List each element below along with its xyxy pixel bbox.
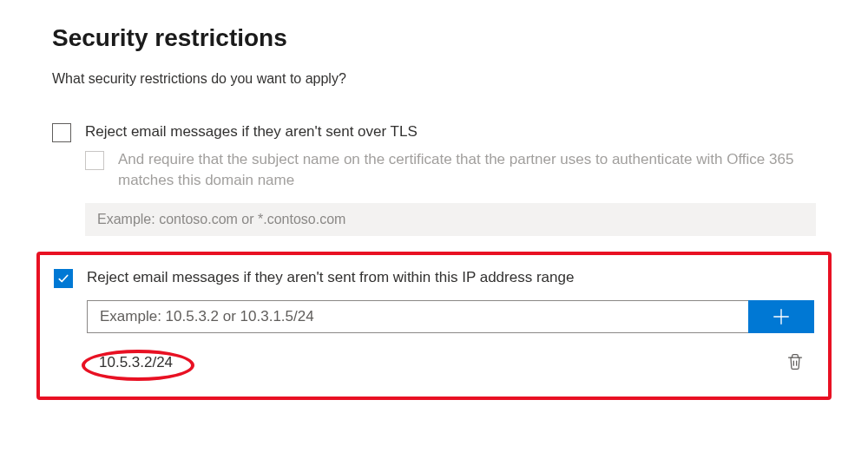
check-icon [57,272,69,285]
domain-input: Example: contoso.com or *.contoso.com [85,203,816,236]
option-ip-row: Reject email messages if they aren't sen… [54,267,814,288]
option-tls-sub-checkbox [85,151,104,170]
option-ip-checkbox[interactable] [54,269,73,288]
option-tls-sub-block: And require that the subject name on the… [85,149,816,236]
ip-value: 10.5.3.2/24 [90,352,181,372]
delete-ip-button[interactable] [783,349,807,377]
trash-icon [786,352,804,371]
page-title: Security restrictions [52,24,816,52]
option-tls-label: Reject email messages if they aren't sen… [85,121,418,142]
option-tls-checkbox[interactable] [52,123,71,142]
ip-input[interactable] [87,300,748,333]
add-ip-button[interactable] [748,300,814,333]
option-tls-row: Reject email messages if they aren't sen… [52,121,816,142]
option-tls-sub-label: And require that the subject name on the… [118,149,816,191]
ip-section-highlight: Reject email messages if they aren't sen… [36,252,832,400]
list-item: 10.5.3.2/24 [87,345,814,381]
plus-icon [772,307,791,326]
ip-input-row [87,300,814,333]
ip-list: 10.5.3.2/24 [87,345,814,381]
option-ip-label: Reject email messages if they aren't sen… [87,267,574,288]
intro-text: What security restrictions do you want t… [52,71,816,87]
